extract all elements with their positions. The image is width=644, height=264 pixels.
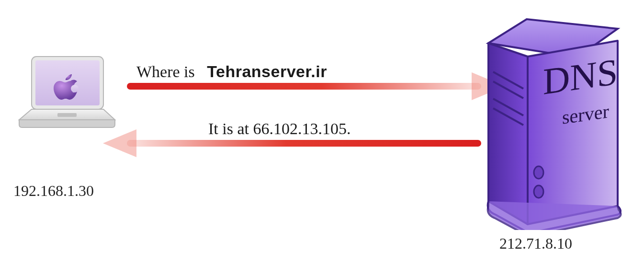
client-ip-label: 192.168.1.30 (13, 182, 94, 200)
arrow-bar-left (127, 140, 481, 147)
svg-point-2 (71, 85, 79, 92)
client-laptop (14, 53, 120, 141)
svg-point-8 (534, 166, 543, 179)
response-label: It is at 66.102.13.105. (208, 120, 481, 138)
arrow-bar-right (127, 83, 481, 90)
laptop-icon (14, 53, 120, 139)
dns-response-arrow: It is at 66.102.13.105. (127, 120, 481, 147)
svg-point-9 (534, 185, 543, 198)
query-domain: Tehranserver.ir (207, 62, 327, 80)
dns-server (474, 14, 627, 232)
dns-lookup-diagram: 192.168.1.30 Where is Tehranserver.ir It… (0, 0, 644, 264)
dns-query-arrow: Where is Tehranserver.ir (127, 62, 481, 90)
svg-rect-3 (57, 113, 77, 117)
arrowhead-left-icon (103, 129, 136, 157)
server-ip-label: 212.71.8.10 (499, 235, 572, 253)
query-label: Where is Tehranserver.ir (136, 62, 481, 81)
query-prefix: Where is (136, 63, 195, 80)
